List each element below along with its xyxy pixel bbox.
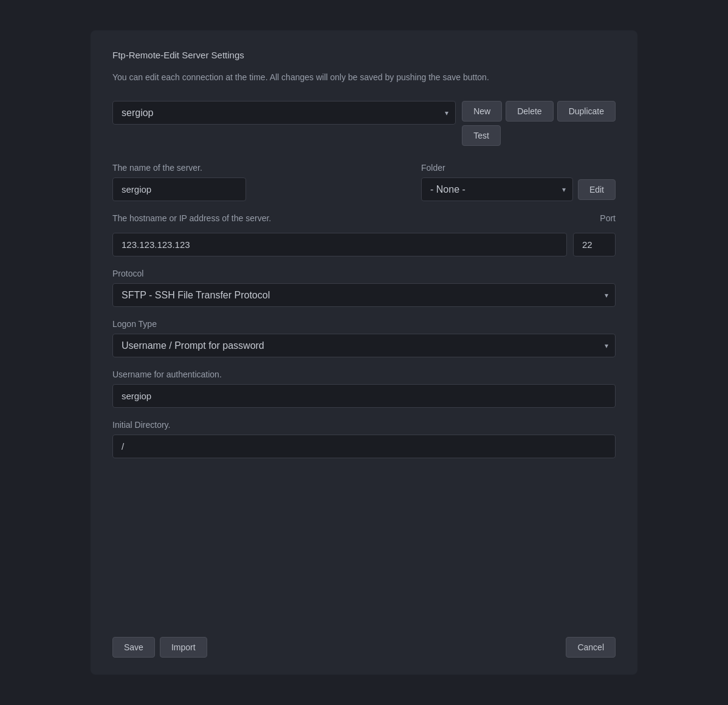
hostname-label: The hostname or IP address of the server… <box>112 213 271 223</box>
new-button[interactable]: New <box>462 101 502 122</box>
folder-select-edit-row: - None - ▾ Edit <box>421 177 616 201</box>
top-button-row: New Delete Duplicate <box>462 101 616 122</box>
test-button[interactable]: Test <box>462 125 501 146</box>
import-button[interactable]: Import <box>160 637 207 658</box>
protocol-select[interactable]: SFTP - SSH File Transfer Protocol <box>112 283 616 307</box>
action-button-group: New Delete Duplicate Test <box>462 101 616 146</box>
logon-type-section: Logon Type Username / Prompt for passwor… <box>112 319 616 357</box>
delete-button[interactable]: Delete <box>506 101 553 122</box>
server-name-section: The name of the server. <box>112 163 409 201</box>
server-select[interactable]: sergiop <box>112 101 456 125</box>
initial-directory-label: Initial Directory. <box>112 420 616 430</box>
dialog-title: Ftp-Remote-Edit Server Settings <box>112 50 616 60</box>
hostname-section: The hostname or IP address of the server… <box>112 213 616 256</box>
name-folder-row: The name of the server. Folder - None - … <box>112 163 616 201</box>
server-select-wrapper: sergiop ▾ <box>112 101 456 125</box>
hostname-port-labels: The hostname or IP address of the server… <box>112 213 616 228</box>
logon-type-select[interactable]: Username / Prompt for password <box>112 334 616 357</box>
hostname-port-row <box>112 233 616 256</box>
username-label: Username for authentication. <box>112 370 616 379</box>
bottom-buttons: Save Import Cancel <box>112 620 616 658</box>
folder-select-wrapper: - None - ▾ <box>421 177 573 201</box>
initial-directory-input[interactable] <box>112 435 616 458</box>
hostname-input[interactable] <box>112 233 567 256</box>
folder-section: Folder - None - ▾ Edit <box>421 163 616 201</box>
protocol-select-wrapper: SFTP - SSH File Transfer Protocol ▾ <box>112 283 616 307</box>
folder-label: Folder <box>421 163 616 173</box>
username-input[interactable] <box>112 384 616 408</box>
save-button[interactable]: Save <box>112 637 155 658</box>
initial-directory-section: Initial Directory. <box>112 420 616 458</box>
bottom-button-row: Test <box>462 125 616 146</box>
username-section: Username for authentication. <box>112 370 616 408</box>
cancel-button[interactable]: Cancel <box>566 637 616 658</box>
server-settings-dialog: Ftp-Remote-Edit Server Settings You can … <box>91 30 637 675</box>
edit-button[interactable]: Edit <box>578 179 616 200</box>
server-select-row: sergiop ▾ New Delete Duplicate Test <box>112 101 616 146</box>
protocol-label: Protocol <box>112 269 616 278</box>
port-input[interactable] <box>573 233 616 256</box>
server-name-input[interactable] <box>112 177 246 201</box>
folder-select[interactable]: - None - <box>421 177 573 201</box>
logon-select-wrapper: Username / Prompt for password ▾ <box>112 334 616 357</box>
duplicate-button[interactable]: Duplicate <box>557 101 616 122</box>
logon-type-label: Logon Type <box>112 319 616 329</box>
server-name-label: The name of the server. <box>112 163 409 173</box>
bottom-left-buttons: Save Import <box>112 637 207 658</box>
protocol-section: Protocol SFTP - SSH File Transfer Protoc… <box>112 269 616 307</box>
port-label: Port <box>600 213 616 228</box>
dialog-description: You can edit each connection at the time… <box>112 71 616 84</box>
